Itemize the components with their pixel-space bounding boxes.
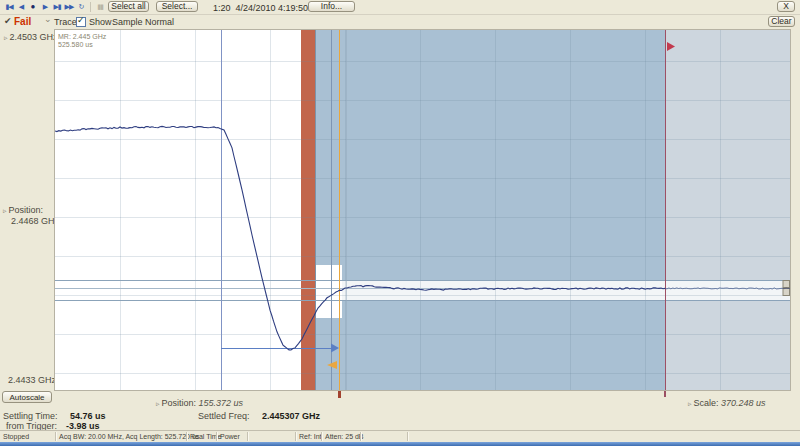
trace-plot-canvas: [55, 30, 790, 390]
y-axis-position-label[interactable]: ▹Position:: [3, 205, 43, 215]
status-divider: [321, 432, 323, 441]
settled-freq-value: 2.445307 GHz: [262, 411, 320, 421]
result-marker-tick[interactable]: [664, 391, 666, 397]
info-button[interactable]: Info...: [308, 1, 355, 12]
band-handle-bottom[interactable]: [783, 289, 790, 296]
axis-marker-icon: ▹: [156, 400, 160, 407]
axis-marker-icon: ▹: [688, 400, 692, 407]
status-divider: [55, 432, 57, 441]
y-axis-bottom-value: 2.4433 GHz: [8, 375, 56, 385]
autoscale-button[interactable]: Autoscale: [2, 391, 52, 403]
x-scale-label: Scale:: [694, 398, 719, 408]
marker-readout-freq: MR: 2.445 GHz: [58, 33, 106, 41]
status-divider: [360, 432, 362, 441]
sample-mode-label: Sample Normal: [112, 17, 174, 27]
show-checkbox-label[interactable]: Show: [89, 17, 112, 27]
trace-plot[interactable]: MR: 2.445 GHz 525.580 us: [55, 30, 790, 390]
toolbar: ▮◀◀●▶▶▮▶▶↻▮▮■ Select all Select... 1:20 …: [0, 0, 800, 15]
axis-marker-icon: ▹: [4, 34, 8, 41]
x-position-label: Position:: [162, 398, 197, 408]
settling-time-label: Settling Time:: [3, 411, 58, 421]
toolbar-separator: [90, 2, 91, 12]
select-all-button[interactable]: Select all: [108, 1, 149, 12]
show-checkbox[interactable]: ✓: [76, 17, 86, 27]
x-position-value: 155.372 us: [199, 398, 244, 408]
x-axis-scale[interactable]: ▹Scale: 370.248 us: [688, 398, 766, 408]
status-run-state: Stopped: [3, 433, 29, 440]
status-divider: [407, 432, 409, 441]
status-divider: [247, 432, 249, 441]
fast-forward-icon[interactable]: ▶▶: [63, 0, 75, 13]
checkbox-check-icon: ✓: [77, 15, 85, 25]
acquisition-timestamp: 1:20 4/24/2010 4:19:50.41: [213, 3, 321, 13]
play-icon[interactable]: ▶: [39, 0, 51, 13]
band-handle-top[interactable]: [783, 281, 790, 288]
status-divider: [186, 432, 188, 441]
trace-bar: ✔ Fail ⌄ Trace 1 ✓ Show Sample Normal Cl…: [0, 14, 800, 29]
status-power: Power: [220, 433, 240, 440]
chevron-down-icon[interactable]: ⌄: [44, 14, 52, 24]
y-axis-position-value[interactable]: 2.4468 GHz: [11, 216, 59, 226]
status-atten: Atten: 25 dB: [325, 433, 364, 440]
status-acq-info: Acq BW: 20.00 MHz, Acq Length: 525.720 u…: [59, 433, 199, 440]
x-axis-position[interactable]: ▹Position: 155.372 us: [156, 398, 243, 408]
settled-freq-label: Settled Freq:: [198, 411, 250, 421]
vsa-settling-window: { "toolbar": { "playback_icons": [ {"nam…: [0, 0, 800, 446]
x-scale-value: 370.248 us: [721, 398, 766, 408]
window-bottom-edge: [0, 442, 800, 446]
mask-fail-region: [315, 30, 665, 390]
settling-time-value: 54.76 us: [70, 411, 106, 421]
result-check-icon: ✔: [4, 16, 12, 26]
select-button[interactable]: Select...: [156, 1, 198, 12]
pause-icon[interactable]: ▮▮: [94, 0, 106, 13]
loop-icon[interactable]: ↻: [75, 0, 87, 13]
marker-readout-time: 525.580 us: [58, 41, 106, 49]
skip-start-icon[interactable]: ▮◀: [3, 0, 15, 13]
axis-marker-icon: ▹: [3, 207, 7, 214]
y-axis-top-label[interactable]: ▹2.4503 GHz: [4, 32, 58, 42]
record-icon[interactable]: ●: [27, 0, 39, 13]
status-divider: [216, 432, 218, 441]
y-position-label: Position:: [9, 205, 44, 215]
marker-readout: MR: 2.445 GHz 525.580 us: [58, 33, 106, 49]
step-back-icon[interactable]: ◀: [15, 0, 27, 13]
y-axis-top-value: 2.4503 GHz: [10, 32, 58, 42]
settled-tolerance-band: [342, 280, 790, 300]
close-button[interactable]: X: [777, 1, 795, 12]
skip-end-icon[interactable]: ▶▮: [51, 0, 63, 13]
status-ref: Ref: Int: [299, 433, 322, 440]
orange-marker-tick[interactable]: [338, 391, 341, 398]
status-divider: [295, 432, 297, 441]
result-status-badge: Fail: [14, 16, 31, 27]
mask-fail-region-right: [665, 30, 790, 390]
clear-button[interactable]: Clear: [768, 16, 795, 27]
